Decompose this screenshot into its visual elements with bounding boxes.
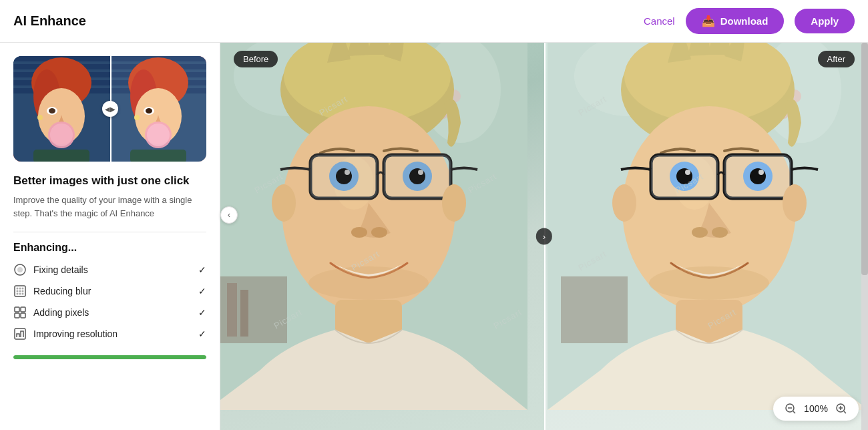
step-left-resolution: Improving resolution	[13, 327, 118, 341]
split-nav-button[interactable]: ›	[536, 228, 552, 245]
svg-point-92	[750, 168, 766, 184]
step-label-fixing: Fixing details	[33, 264, 88, 275]
svg-point-36	[17, 290, 19, 292]
preview-before-face	[13, 56, 110, 162]
zoom-in-icon	[835, 403, 847, 415]
progress-bar	[13, 355, 206, 359]
step-check-resolution: ✓	[198, 329, 206, 339]
svg-point-65	[336, 168, 352, 184]
before-label: Before	[234, 51, 278, 67]
step-adding-pixels: Adding pixels ✓	[13, 306, 206, 319]
step-label-resolution: Improving resolution	[33, 329, 118, 339]
svg-point-41	[22, 293, 24, 295]
reducing-blur-icon	[13, 284, 27, 298]
fixing-details-icon	[13, 263, 27, 276]
svg-point-34	[19, 288, 21, 290]
header: AI Enhance Cancel 📥 Download Apply	[0, 0, 868, 43]
step-left-blur: Reducing blur	[13, 284, 91, 298]
apply-button[interactable]: Apply	[795, 9, 855, 33]
step-improving-resolution: Improving resolution ✓	[13, 327, 206, 341]
svg-point-93	[685, 170, 690, 175]
step-check-pixels: ✓	[198, 307, 206, 318]
svg-point-69	[351, 227, 367, 238]
svg-point-25	[146, 108, 152, 114]
sidebar-description: Improve the quality of your image with a…	[13, 194, 206, 220]
sidebar: ◀▶ Better images with just one click Imp…	[0, 43, 220, 430]
sidebar-collapse-button[interactable]: ‹	[220, 206, 238, 224]
zoom-out-button[interactable]	[783, 401, 799, 417]
enhancing-title: Enhancing...	[13, 242, 206, 254]
svg-point-12	[50, 124, 73, 146]
face-after-svg	[548, 43, 868, 410]
step-left-pixels: Adding pixels	[13, 306, 89, 319]
preview-after-face	[110, 56, 207, 162]
preview-handle[interactable]: ◀▶	[102, 101, 118, 117]
zoom-out-icon	[785, 403, 797, 415]
step-reducing-blur: Reducing blur ✓	[13, 284, 206, 298]
svg-point-38	[22, 290, 24, 292]
header-actions: Cancel 📥 Download Apply	[644, 8, 855, 34]
main-layout: ◀▶ Better images with just one click Imp…	[0, 43, 868, 430]
canvas-area: Before After	[220, 43, 868, 430]
enhance-steps-list: Fixing details ✓	[13, 263, 206, 341]
svg-point-66	[409, 168, 425, 184]
svg-point-31	[17, 267, 23, 272]
svg-point-96	[712, 227, 728, 238]
svg-rect-29	[130, 150, 186, 162]
svg-point-70	[371, 227, 387, 238]
svg-rect-78	[561, 276, 628, 343]
svg-point-27	[147, 124, 170, 146]
zoom-controls: 100%	[773, 397, 859, 421]
image-before	[220, 43, 544, 430]
svg-rect-43	[21, 307, 25, 312]
svg-line-107	[844, 411, 846, 413]
step-check-fixing: ✓	[198, 264, 206, 275]
download-icon: 📥	[702, 15, 715, 27]
svg-point-97	[649, 266, 769, 300]
svg-rect-42	[15, 307, 19, 312]
image-after	[544, 43, 868, 430]
svg-point-33	[17, 288, 19, 290]
scrollbar-track[interactable]	[861, 43, 868, 430]
svg-point-94	[758, 170, 764, 175]
sidebar-title: Better images with just one click	[13, 174, 206, 188]
svg-rect-51	[227, 283, 237, 337]
step-check-blur: ✓	[198, 286, 206, 296]
scrollbar-thumb[interactable]	[861, 43, 868, 275]
svg-point-10	[49, 108, 55, 114]
svg-point-98	[612, 184, 636, 222]
svg-line-103	[793, 411, 795, 413]
progress-bar-fill	[13, 355, 206, 359]
step-fixing-details: Fixing details ✓	[13, 263, 206, 276]
svg-rect-44	[15, 313, 19, 318]
download-button[interactable]: 📥 Download	[686, 8, 785, 34]
divider	[13, 232, 206, 232]
svg-point-13	[37, 115, 43, 120]
improving-resolution-icon	[13, 327, 27, 341]
svg-point-39	[17, 293, 19, 295]
zoom-value: 100%	[803, 403, 829, 414]
preview-image: ◀▶	[13, 56, 206, 162]
svg-point-35	[22, 288, 24, 290]
step-left: Fixing details	[13, 263, 88, 276]
svg-point-40	[19, 293, 21, 295]
svg-point-95	[692, 227, 708, 238]
svg-point-71	[308, 266, 429, 300]
svg-point-37	[19, 290, 21, 292]
preview-before	[13, 56, 110, 162]
svg-point-91	[676, 168, 692, 184]
svg-point-72	[272, 184, 296, 222]
svg-point-28	[134, 115, 140, 120]
app-title: AI Enhance	[13, 13, 86, 29]
svg-point-73	[442, 184, 466, 222]
step-label-blur: Reducing blur	[33, 286, 91, 296]
face-before-svg	[220, 43, 527, 410]
cancel-button[interactable]: Cancel	[644, 15, 675, 27]
svg-point-68	[418, 170, 423, 175]
adding-pixels-icon	[13, 306, 27, 319]
svg-rect-45	[21, 313, 25, 318]
zoom-in-button[interactable]	[833, 401, 849, 417]
svg-rect-52	[240, 290, 248, 337]
step-label-pixels: Adding pixels	[33, 307, 89, 318]
after-label: After	[818, 51, 855, 67]
